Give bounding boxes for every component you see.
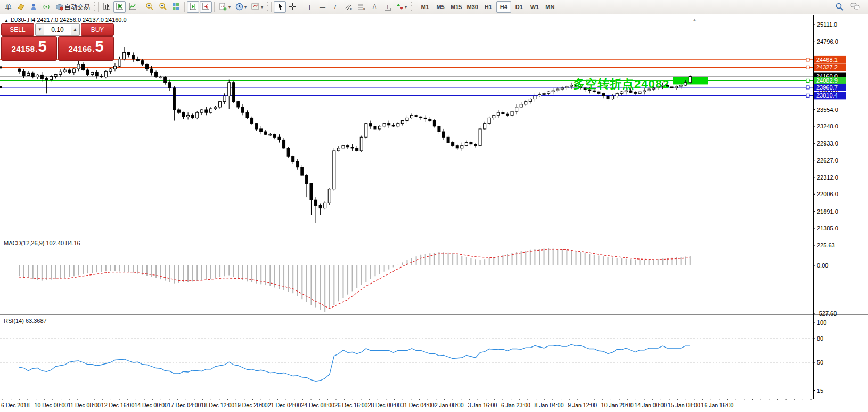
volume-stepper: ▼ 0.10 ▲ xyxy=(35,23,80,36)
date-label: 9 Jan 12:00 xyxy=(568,402,597,408)
candle xyxy=(209,109,212,112)
candle xyxy=(214,107,217,109)
volume-decrease-button[interactable]: ▼ xyxy=(36,24,44,35)
candle xyxy=(461,146,463,148)
rsi-scale-100: 100 xyxy=(817,319,826,326)
candle xyxy=(59,72,62,74)
macd-scale--527.68: -527.68 xyxy=(817,310,837,317)
candle xyxy=(684,83,687,85)
svg-text:22312.0: 22312.0 xyxy=(817,174,838,181)
svg-text:21385.0: 21385.0 xyxy=(817,225,838,231)
rsi-label: RSI(14) 63.3687 xyxy=(4,318,47,324)
price-label-24082.9: 24082.9 xyxy=(816,77,838,84)
candle xyxy=(689,76,691,82)
candle xyxy=(534,96,536,99)
candle xyxy=(356,148,358,151)
date-label: 14 Dec 00:00 xyxy=(134,402,168,408)
svg-text:23248.0: 23248.0 xyxy=(817,123,838,130)
sell-price-main: 24158 xyxy=(11,44,35,53)
candle xyxy=(246,112,249,118)
macd-scale-0.00: 0.00 xyxy=(817,262,828,269)
candle xyxy=(177,110,180,112)
candle xyxy=(113,66,116,69)
volume-value[interactable]: 0.10 xyxy=(44,24,71,35)
candle xyxy=(379,126,381,129)
annotation-text[interactable]: 多空转折点24082 xyxy=(573,76,669,92)
price-label-23810.4: 23810.4 xyxy=(816,92,838,99)
candle xyxy=(433,121,436,126)
candle xyxy=(447,137,449,142)
candle xyxy=(388,124,390,125)
date-label: 18 Dec 12:00 xyxy=(201,402,235,408)
candle xyxy=(182,112,185,117)
candle xyxy=(611,96,614,99)
date-label: 19 Dec 20:00 xyxy=(234,402,268,408)
candle xyxy=(22,71,25,75)
candle xyxy=(269,134,272,135)
candle xyxy=(333,151,335,189)
chart-background[interactable] xyxy=(0,15,868,399)
candle xyxy=(484,124,486,129)
candle xyxy=(223,96,226,101)
buy-button[interactable]: BUY xyxy=(81,23,114,36)
candle xyxy=(45,79,48,80)
candle xyxy=(27,73,30,75)
candle xyxy=(164,77,167,83)
svg-text:23554.0: 23554.0 xyxy=(817,107,838,113)
time-axis-labels: 6 Dec 201810 Dec 00:0011 Dec 08:0012 Dec… xyxy=(1,402,733,408)
candle xyxy=(54,74,57,76)
sell-price-box[interactable]: 24158.5 xyxy=(1,36,57,61)
candle xyxy=(529,99,531,102)
candle xyxy=(429,119,431,120)
candle xyxy=(506,114,509,115)
candle xyxy=(570,85,572,86)
candle xyxy=(132,55,135,59)
collapse-arrow-icon[interactable]: ▲ xyxy=(4,18,9,23)
candle xyxy=(424,118,427,119)
candle xyxy=(493,115,495,118)
candle xyxy=(292,156,294,161)
rsi-scale-15: 15 xyxy=(817,387,823,394)
candle xyxy=(159,77,162,78)
buy-price-dot: . xyxy=(93,45,95,53)
rsi-scale-50: 50 xyxy=(817,359,823,366)
candle xyxy=(324,203,326,208)
candle xyxy=(319,205,322,208)
candle xyxy=(543,93,545,94)
candle xyxy=(264,132,267,134)
candle xyxy=(305,175,308,183)
trading-app-window: 单 自动交易 xyxy=(0,0,868,412)
svg-text:21691.0: 21691.0 xyxy=(817,208,838,215)
candle xyxy=(31,73,34,77)
candle xyxy=(497,112,499,115)
candle xyxy=(127,52,130,55)
date-label: 6 Jan 23:00 xyxy=(501,402,530,408)
date-label: 14 Jan 00:00 xyxy=(634,402,667,408)
price-label-23960.7: 23960.7 xyxy=(816,84,838,91)
chart-canvas[interactable]: ▲25111.024796.024481.024175.023869.02355… xyxy=(0,0,868,412)
volume-increase-button[interactable]: ▲ xyxy=(71,24,79,35)
candle xyxy=(40,75,43,78)
candle xyxy=(337,148,340,151)
symbol-ohlc-text: DJ30-,H4 24217.0 24256.0 24137.0 24160.0 xyxy=(11,17,127,23)
candle xyxy=(100,76,103,77)
candle xyxy=(679,85,682,86)
candle xyxy=(251,118,253,123)
candle xyxy=(561,88,563,89)
candle xyxy=(438,126,440,132)
candle xyxy=(278,137,281,140)
candle xyxy=(241,107,244,112)
candle xyxy=(520,104,522,107)
candle xyxy=(351,147,354,148)
candle xyxy=(200,110,203,112)
date-label: 17 Dec 04:00 xyxy=(168,402,201,408)
date-label: 11 Dec 08:00 xyxy=(68,402,101,408)
candle xyxy=(50,76,52,79)
candle xyxy=(173,88,176,110)
sell-button[interactable]: SELL xyxy=(1,23,34,36)
candle xyxy=(91,72,94,74)
buy-price-box[interactable]: 24166.5 xyxy=(58,36,114,61)
candle xyxy=(191,115,194,118)
candle xyxy=(328,189,331,203)
svg-text:▲: ▲ xyxy=(692,17,697,22)
